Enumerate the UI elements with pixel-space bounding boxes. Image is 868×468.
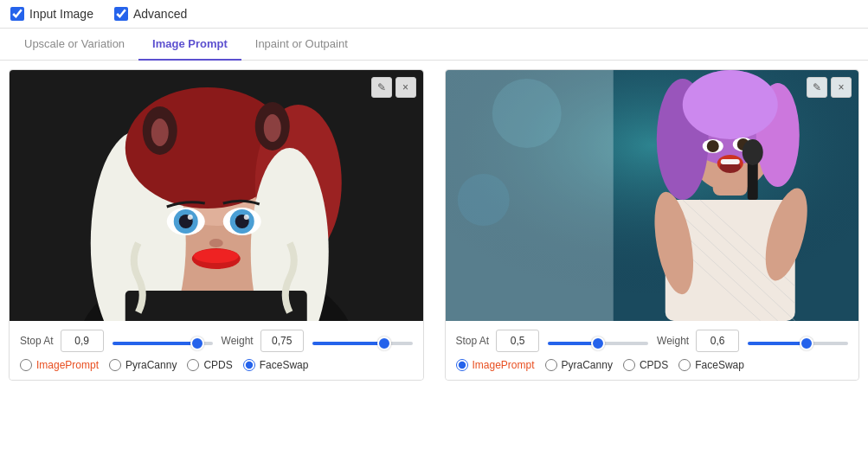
svg-point-11	[151, 119, 169, 146]
stop-at-slider-2[interactable]	[548, 342, 648, 345]
svg-point-23	[194, 249, 239, 263]
stop-at-slider-1[interactable]	[113, 342, 213, 345]
radio-label-pyracanny-1: PyraCanny	[125, 359, 177, 371]
weight-group-2: Weight	[657, 330, 739, 352]
advanced-label: Advanced	[133, 7, 187, 21]
edit-button-1[interactable]: ✎	[371, 77, 392, 98]
radio-faceswap-2[interactable]: FaceSwap	[678, 359, 744, 371]
stop-at-group-2: Stop At	[456, 330, 540, 352]
svg-point-21	[209, 239, 223, 247]
radio-input-cpds-1[interactable]	[187, 359, 199, 371]
svg-point-51	[492, 79, 561, 148]
close-icon-1: ×	[402, 81, 408, 93]
svg-point-20	[244, 215, 249, 220]
weight-label-2: Weight	[657, 335, 689, 347]
close-icon-2: ×	[838, 81, 844, 93]
radio-cpds-2[interactable]: CPDS	[623, 359, 668, 371]
weight-label-1: Weight	[222, 335, 254, 347]
tab-upscale-variation[interactable]: Upscale or Variation	[10, 29, 138, 61]
tab-inpaint-outpaint[interactable]: Inpaint or Outpaint	[241, 29, 362, 61]
radio-input-faceswap-2[interactable]	[678, 359, 691, 371]
weight-slider-1[interactable]	[312, 342, 413, 345]
svg-point-41	[682, 70, 777, 139]
weight-group-1: Weight	[222, 330, 304, 352]
top-bar: Input Image Advanced	[0, 0, 868, 29]
image-controls-1: Stop At Weight	[10, 321, 423, 380]
weight-value-1[interactable]	[260, 330, 304, 352]
advanced-checkbox-label[interactable]: Advanced	[114, 7, 187, 21]
stop-at-value-2[interactable]	[496, 330, 539, 352]
image-panel-1: ✎ × Stop At Weigh	[9, 69, 424, 381]
radio-input-pyracanny-1[interactable]	[109, 359, 121, 371]
advanced-checkbox[interactable]	[114, 7, 128, 21]
weight-slider-wrap-1	[312, 335, 413, 348]
stop-at-slider-wrap-2	[548, 335, 648, 348]
radio-faceswap-1[interactable]: FaceSwap	[243, 359, 309, 371]
radio-pyracanny-2[interactable]: PyraCanny	[545, 359, 613, 371]
radio-label-faceswap-2: FaceSwap	[695, 359, 744, 371]
radio-input-faceswap-1[interactable]	[243, 359, 255, 371]
svg-point-44	[706, 140, 718, 152]
tab-image-prompt[interactable]: Image Prompt	[138, 29, 241, 61]
tabs-container: Upscale or Variation Image Prompt Inpain…	[0, 29, 868, 61]
portrait-image-1	[10, 70, 423, 321]
svg-point-19	[188, 215, 193, 220]
radio-label-faceswap-1: FaceSwap	[260, 359, 309, 371]
image-actions-2: ✎ ×	[807, 77, 852, 98]
radio-row-2: ImagePrompt PyraCanny CPDS FaceSwap	[456, 359, 849, 371]
stop-at-group-1: Stop At	[20, 330, 104, 352]
image-panel-2: ✎ × Stop At Weigh	[445, 69, 860, 381]
radio-input-imageprompt-2[interactable]	[456, 359, 468, 371]
weight-slider-2[interactable]	[748, 342, 848, 345]
svg-point-12	[264, 114, 281, 142]
radio-label-cpds-1: CPDS	[203, 359, 232, 371]
weight-slider-wrap-2	[748, 335, 848, 348]
radio-input-cpds-2[interactable]	[623, 359, 635, 371]
edit-icon-1: ✎	[377, 81, 386, 93]
radio-label-imageprompt-2: ImagePrompt	[473, 359, 535, 371]
close-button-2[interactable]: ×	[831, 77, 852, 98]
edit-icon-2: ✎	[813, 81, 821, 93]
main-content: ✎ × Stop At Weigh	[0, 61, 868, 389]
svg-rect-24	[125, 291, 307, 321]
svg-point-50	[742, 139, 762, 165]
image-container-1: ✎ ×	[10, 70, 423, 321]
edit-button-2[interactable]: ✎	[807, 77, 827, 98]
radio-imageprompt-2[interactable]: ImagePrompt	[456, 359, 535, 371]
panels-wrapper: ✎ × Stop At Weigh	[9, 69, 859, 381]
radio-label-cpds-2: CPDS	[640, 359, 668, 371]
weight-value-2[interactable]	[696, 330, 739, 352]
radio-input-imageprompt-1[interactable]	[20, 359, 32, 371]
stop-at-label-1: Stop At	[20, 335, 54, 347]
radio-row-1: ImagePrompt PyraCanny CPDS FaceSwap	[20, 359, 413, 371]
radio-cpds-1[interactable]: CPDS	[187, 359, 232, 371]
image-container-2: ✎ ×	[446, 70, 859, 321]
svg-rect-48	[720, 159, 739, 164]
radio-label-imageprompt-1: ImagePrompt	[36, 359, 99, 371]
image-actions-1: ✎ ×	[371, 77, 416, 98]
stop-at-value-1[interactable]	[61, 330, 104, 352]
svg-point-52	[457, 174, 509, 226]
input-image-checkbox-label[interactable]: Input Image	[10, 7, 93, 21]
image-controls-2: Stop At Weight	[446, 321, 859, 380]
radio-pyracanny-1[interactable]: PyraCanny	[109, 359, 177, 371]
input-image-checkbox[interactable]	[10, 7, 24, 21]
radio-input-pyracanny-2[interactable]	[545, 359, 557, 371]
radio-imageprompt-1[interactable]: ImagePrompt	[20, 359, 99, 371]
sliders-row-1: Stop At Weight	[20, 330, 413, 352]
input-image-label: Input Image	[29, 7, 93, 21]
sliders-row-2: Stop At Weight	[456, 330, 849, 352]
stop-at-label-2: Stop At	[456, 335, 490, 347]
close-button-1[interactable]: ×	[395, 77, 416, 98]
radio-label-pyracanny-2: PyraCanny	[562, 359, 613, 371]
stop-at-slider-wrap-1	[113, 335, 213, 348]
singer-image-2	[446, 70, 859, 321]
